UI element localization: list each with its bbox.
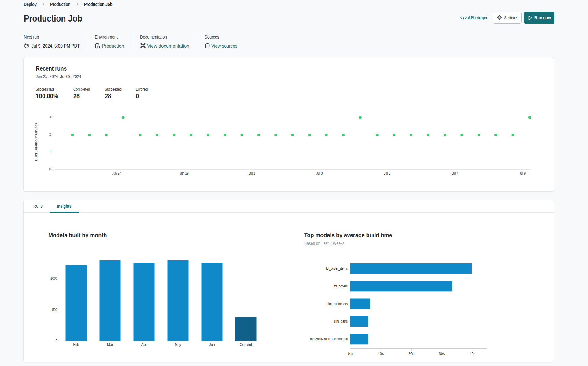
- svg-text:1m: 1m: [49, 150, 53, 154]
- svg-text:2m: 2m: [49, 132, 53, 137]
- svg-text:Apr: Apr: [141, 342, 147, 347]
- svg-text:40s: 40s: [469, 352, 475, 356]
- svg-text:dim_customers: dim_customers: [327, 302, 348, 306]
- svg-text:materialization_incremental: materialization_incremental: [310, 337, 348, 341]
- svg-text:10s: 10s: [378, 352, 384, 356]
- svg-text:dim_parts: dim_parts: [334, 319, 348, 323]
- svg-text:3m: 3m: [49, 115, 53, 119]
- svg-text:0m: 0m: [49, 167, 53, 171]
- svg-text:Jun: Jun: [209, 342, 215, 347]
- svg-text:Jul 1: Jul 1: [249, 171, 255, 176]
- svg-text:fct_orders: fct_orders: [334, 284, 348, 288]
- svg-text:0: 0: [56, 339, 58, 343]
- svg-text:Jun 29: Jun 29: [180, 171, 189, 176]
- svg-text:Jul 5: Jul 5: [384, 171, 390, 176]
- svg-text:fct_order_items: fct_order_items: [326, 266, 348, 271]
- svg-text:500: 500: [52, 308, 58, 312]
- svg-text:Jul 7: Jul 7: [452, 171, 458, 176]
- svg-text:Build Duration in Minutes: Build Duration in Minutes: [34, 123, 38, 161]
- svg-text:Feb: Feb: [73, 342, 79, 347]
- svg-text:Mar: Mar: [107, 342, 113, 347]
- svg-text:30s: 30s: [439, 352, 445, 356]
- svg-text:Jun 27: Jun 27: [112, 171, 121, 176]
- svg-text:1000: 1000: [50, 276, 57, 281]
- svg-text:May: May: [175, 342, 181, 347]
- svg-text:20s: 20s: [408, 352, 414, 356]
- svg-text:Current: Current: [240, 342, 253, 347]
- svg-text:Jul 3: Jul 3: [316, 171, 323, 176]
- svg-text:Jul 9: Jul 9: [520, 171, 526, 176]
- svg-text:0m: 0m: [348, 352, 353, 356]
